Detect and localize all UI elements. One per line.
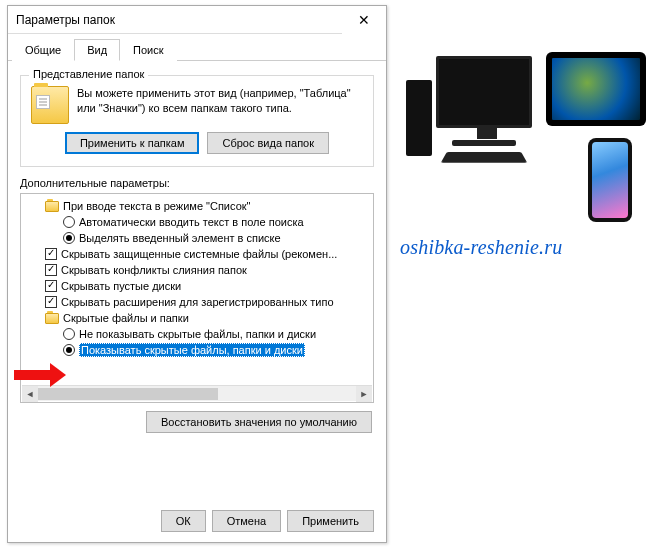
arrow-body [14,370,50,380]
tree-label: Выделять введенный элемент в списке [79,232,281,244]
tree-folder: При вводе текста в режиме "Список" [27,198,371,214]
checkbox-icon [45,248,57,260]
horizontal-scrollbar[interactable]: ◄ ► [22,385,372,401]
folder-icon [45,201,59,212]
dialog-footer: ОК Отмена Применить [161,510,374,532]
devices-illustration [400,50,650,210]
window-title: Параметры папок [16,13,342,27]
keyboard-icon [441,152,527,163]
tab-strip: Общие Вид Поиск [8,34,386,61]
monitor-icon [436,56,532,128]
tree-check[interactable]: Скрывать пустые диски [27,278,371,294]
promo-url: oshibka-reshenie.ru [400,236,650,259]
radio-icon [63,232,75,244]
scroll-right-button[interactable]: ► [356,386,372,402]
apply-to-folders-button[interactable]: Применить к папкам [65,132,200,154]
tree-check[interactable]: Скрывать конфликты слияния папок [27,262,371,278]
scroll-track[interactable] [38,386,356,402]
folder-icon [45,313,59,324]
radio-icon [63,344,75,356]
tree-label: Скрывать защищенные системные файлы (рек… [61,248,337,260]
titlebar[interactable]: Параметры папок ✕ [8,6,386,34]
phone-icon [588,138,632,222]
tree-label: Показывать скрытые файлы, папки и диски [79,343,305,357]
radio-icon [63,328,75,340]
dialog-body: Представление папок Вы можете применить … [8,61,386,449]
restore-defaults-button[interactable]: Восстановить значения по умолчанию [146,411,372,433]
close-button[interactable]: ✕ [342,6,386,34]
scroll-thumb[interactable] [38,388,218,400]
tree-label: Автоматически вводить текст в поле поиск… [79,216,304,228]
tab-search[interactable]: Поиск [120,39,176,61]
advanced-label: Дополнительные параметры: [20,177,374,189]
arrow-head-icon [50,363,66,387]
monitor-base-icon [452,140,516,146]
tab-general[interactable]: Общие [12,39,74,61]
radio-icon [63,216,75,228]
reset-folders-button[interactable]: Сброс вида папок [207,132,329,154]
tree-radio-selected[interactable]: Показывать скрытые файлы, папки и диски [27,342,371,358]
folder-options-dialog: Параметры папок ✕ Общие Вид Поиск Предст… [7,5,387,543]
pc-tower-icon [406,80,432,156]
promo-block: oshibka-reshenie.ru [400,50,650,259]
tree-label: Скрытые файлы и папки [63,312,189,324]
tree-label: Скрывать конфликты слияния папок [61,264,247,276]
checkbox-icon [45,264,57,276]
cancel-button[interactable]: Отмена [212,510,281,532]
folder-views-group: Представление папок Вы можете применить … [20,75,374,167]
tree-label: При вводе текста в режиме "Список" [63,200,250,212]
scroll-left-button[interactable]: ◄ [22,386,38,402]
tree-label: Скрывать расширения для зарегистрированн… [61,296,334,308]
apply-button[interactable]: Применить [287,510,374,532]
annotation-arrow [14,370,50,382]
close-icon: ✕ [358,12,370,28]
group-legend: Представление папок [29,68,148,80]
tree-check[interactable]: Скрывать защищенные системные файлы (рек… [27,246,371,262]
advanced-tree[interactable]: При вводе текста в режиме "Список" Автом… [20,193,374,403]
tree-radio[interactable]: Автоматически вводить текст в поле поиск… [27,214,371,230]
tree-label: Не показывать скрытые файлы, папки и дис… [79,328,316,340]
tab-view[interactable]: Вид [74,39,120,61]
tree-radio[interactable]: Выделять введенный элемент в списке [27,230,371,246]
folder-icon [31,86,69,124]
checkbox-icon [45,280,57,292]
tablet-icon [546,52,646,126]
group-description: Вы можете применить этот вид (например, … [77,86,357,116]
tree-radio[interactable]: Не показывать скрытые файлы, папки и дис… [27,326,371,342]
checkbox-icon [45,296,57,308]
tree-label: Скрывать пустые диски [61,280,181,292]
ok-button[interactable]: ОК [161,510,206,532]
tree-folder: Скрытые файлы и папки [27,310,371,326]
tree-check[interactable]: Скрывать расширения для зарегистрированн… [27,294,371,310]
